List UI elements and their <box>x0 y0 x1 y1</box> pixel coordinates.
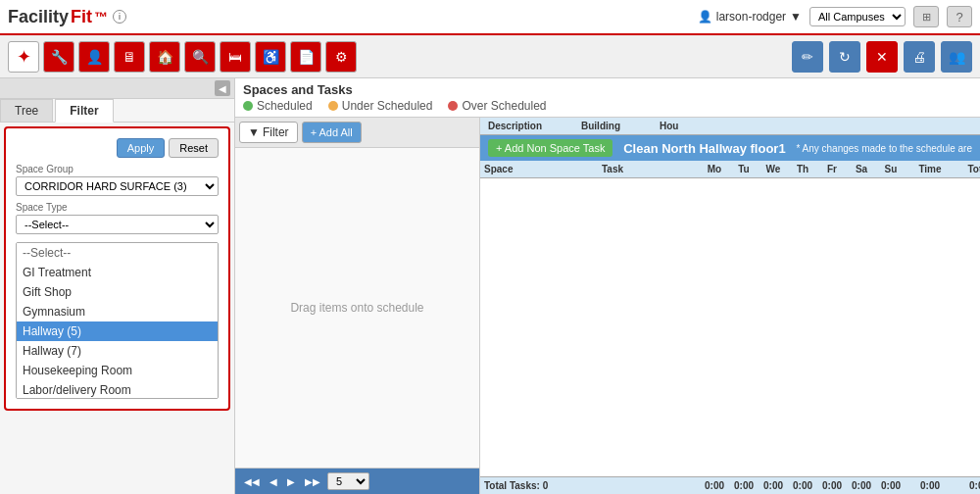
panel-collapse-btn[interactable]: ◀ <box>215 80 230 96</box>
dropdown-item-hallway5[interactable]: Hallway (5) <box>17 321 218 341</box>
apply-button[interactable]: Apply <box>117 138 166 158</box>
panel-header: ◀ <box>0 78 234 99</box>
add-non-space-btn[interactable]: + Add Non Space Task <box>488 139 612 157</box>
dropdown-item[interactable]: Hallway (7) <box>17 341 218 361</box>
space-pagination: ◀◀ ◀ ▶ ▶▶ 5 10 25 <box>235 468 479 494</box>
delete-btn[interactable]: ✕ <box>866 41 898 73</box>
col-tu: Tu <box>729 164 759 174</box>
col-fr: Fr <box>817 164 847 174</box>
task-grid-top: + Add Non Space Task Clean North Hallway… <box>480 135 980 161</box>
col-su: Su <box>876 164 906 174</box>
dropdown-item[interactable]: Housekeeping Room <box>17 361 218 380</box>
header-extra-btn[interactable]: ⊞ <box>913 6 939 27</box>
footer-su: 0:00 <box>876 480 906 491</box>
filter-btn-label: Filter <box>263 125 289 139</box>
task-grid-title: Clean North Hallway floor1 <box>612 141 796 156</box>
dropdown-item[interactable]: GI Treatment <box>17 263 218 282</box>
dropdown-item[interactable]: Labor/delivery Room <box>17 380 218 399</box>
space-type-filter: Space Type --Select-- <box>16 202 219 234</box>
under-scheduled-label: Under Scheduled <box>342 99 433 113</box>
over-scheduled-dot <box>448 101 458 111</box>
print-btn[interactable]: 🖨 <box>904 41 935 73</box>
sparkle-btn[interactable]: ✦ <box>8 41 39 73</box>
footer-sa: 0:00 <box>847 480 876 491</box>
add-all-btn[interactable]: + Add All <box>302 122 362 143</box>
right-panel: Spaces and Tasks Scheduled Under Schedul… <box>235 78 980 494</box>
app-header: FacilityFit™ i 👤 larson-rodger ▼ All Cam… <box>0 0 980 35</box>
user-dropdown-arrow[interactable]: ▼ <box>790 10 802 24</box>
desc-header: Description <box>488 121 542 131</box>
users-btn[interactable]: 👥 <box>941 41 972 73</box>
scheduled-label: Scheduled <box>257 99 313 113</box>
toolbar-right: ✏ ↻ ✕ 🖨 👥 <box>792 41 972 73</box>
tab-filter[interactable]: Filter <box>55 99 113 123</box>
footer-th: 0:00 <box>788 480 817 491</box>
space-type-dropdown[interactable]: --Select-- GI Treatment Gift Shop Gymnas… <box>16 242 219 399</box>
footer-we: 0:00 <box>759 480 788 491</box>
toolbar-left: ✦ 🔧 👤 🖥 🏠 🔍 🛏 ♿ 📄 ⚙ <box>8 41 357 73</box>
col-we: We <box>759 164 788 174</box>
footer-tu: 0:00 <box>729 480 759 491</box>
edit-btn[interactable]: ✏ <box>792 41 823 73</box>
task-grid-body <box>480 178 980 476</box>
schedule-notice: * Any changes made to the schedule are <box>796 143 972 154</box>
space-type-select[interactable]: --Select-- <box>16 215 219 234</box>
footer-time: 0:00 <box>906 480 955 491</box>
search-btn[interactable]: 🔍 <box>184 41 216 73</box>
logo-text: Facility <box>8 7 69 27</box>
desc-building-header: Description Building Hou <box>480 118 980 135</box>
page-prev-btn[interactable]: ◀ <box>267 475 280 488</box>
filter-buttons: Apply Reset <box>16 138 219 158</box>
wheelchair-btn[interactable]: ♿ <box>255 41 286 73</box>
panel-tabs: Tree Filter <box>0 99 234 123</box>
under-scheduled-dot <box>328 101 338 111</box>
app-logo: FacilityFit™ i <box>8 7 126 27</box>
main-area: ◀ Tree Filter Apply Reset Space Group CO… <box>0 78 980 494</box>
task-grid-footer: Total Tasks: 0 0:00 0:00 0:00 0:00 0:00 … <box>480 476 980 494</box>
col-task: Task <box>602 164 700 174</box>
header-help-btn[interactable]: ? <box>947 6 972 27</box>
footer-mo: 0:00 <box>700 480 729 491</box>
info-icon[interactable]: i <box>113 10 126 24</box>
refresh-btn[interactable]: ↻ <box>829 41 860 73</box>
monitor-btn[interactable]: 🖥 <box>114 41 145 73</box>
campus-select[interactable]: All Campuses Campus A Campus B <box>809 7 906 26</box>
over-scheduled-label: Over Scheduled <box>462 99 546 113</box>
filter-spaces-btn[interactable]: ▼ Filter <box>239 122 298 143</box>
page-first-btn[interactable]: ◀◀ <box>241 475 263 488</box>
legend-under-scheduled: Under Scheduled <box>328 99 433 113</box>
space-group-select[interactable]: CORRIDOR HARD SURFACE (3) <box>16 176 219 196</box>
bed-btn[interactable]: 🛏 <box>220 41 251 73</box>
dropdown-item[interactable]: Gift Shop <box>17 282 218 302</box>
footer-fr: 0:00 <box>817 480 847 491</box>
settings-btn[interactable]: ⚙ <box>325 41 357 73</box>
space-group-label: Space Group <box>16 164 219 174</box>
task-grid-area: Description Building Hou + Add Non Space… <box>480 118 980 494</box>
task-grid-header: Space Task Mo Tu We Th Fr Sa Su Time Tot… <box>480 161 980 178</box>
col-mo: Mo <box>700 164 729 174</box>
wrench-btn[interactable]: 🔧 <box>43 41 74 73</box>
header-right: 👤 larson-rodger ▼ All Campuses Campus A … <box>698 6 972 27</box>
username: larson-rodger <box>716 10 786 24</box>
user-icon: 👤 <box>698 10 712 24</box>
reset-button[interactable]: Reset <box>169 138 219 158</box>
dropdown-item[interactable]: --Select-- <box>17 243 218 263</box>
content-area: ▼ Filter + Add All Drag items onto sched… <box>235 118 980 494</box>
document-btn[interactable]: 📄 <box>290 41 321 73</box>
col-space: Space <box>484 164 602 174</box>
col-sa: Sa <box>847 164 876 174</box>
dropdown-item[interactable]: Gymnasium <box>17 302 218 321</box>
page-size-select[interactable]: 5 10 25 <box>327 472 369 490</box>
col-total: Total <box>955 164 980 174</box>
page-last-btn[interactable]: ▶▶ <box>302 475 323 488</box>
tab-tree[interactable]: Tree <box>0 99 53 122</box>
drag-area: Drag items onto schedule <box>235 148 479 468</box>
left-panel: ◀ Tree Filter Apply Reset Space Group CO… <box>0 78 235 494</box>
spaces-tasks-title: Spaces and Tasks <box>243 82 972 97</box>
space-list-toolbar: ▼ Filter + Add All <box>235 118 479 148</box>
main-toolbar: ✦ 🔧 👤 🖥 🏠 🔍 🛏 ♿ 📄 ⚙ ✏ ↻ ✕ 🖨 👥 <box>0 35 980 78</box>
col-th: Th <box>788 164 817 174</box>
page-next-btn[interactable]: ▶ <box>284 475 298 488</box>
user-btn[interactable]: 👤 <box>78 41 110 73</box>
home-btn[interactable]: 🏠 <box>149 41 180 73</box>
